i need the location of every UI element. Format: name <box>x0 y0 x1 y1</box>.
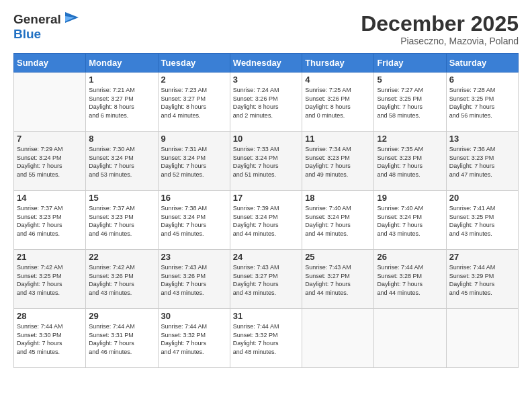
day-info: Sunrise: 7:29 AMSunset: 3:24 PMDaylight:… <box>17 145 83 179</box>
day-cell: 10Sunrise: 7:33 AMSunset: 3:24 PMDayligh… <box>230 132 302 191</box>
day-cell <box>446 309 518 368</box>
day-info: Sunrise: 7:44 AMSunset: 3:28 PMDaylight:… <box>377 263 443 297</box>
day-number: 4 <box>305 75 371 85</box>
day-number: 27 <box>449 252 515 262</box>
day-cell: 11Sunrise: 7:34 AMSunset: 3:23 PMDayligh… <box>302 132 374 191</box>
day-info: Sunrise: 7:41 AMSunset: 3:25 PMDaylight:… <box>449 204 515 238</box>
day-number: 20 <box>449 193 515 203</box>
day-number: 25 <box>305 252 371 262</box>
day-info: Sunrise: 7:42 AMSunset: 3:25 PMDaylight:… <box>17 263 83 297</box>
day-cell: 2Sunrise: 7:23 AMSunset: 3:27 PMDaylight… <box>158 73 230 132</box>
day-info: Sunrise: 7:40 AMSunset: 3:24 PMDaylight:… <box>305 204 371 238</box>
day-info: Sunrise: 7:37 AMSunset: 3:23 PMDaylight:… <box>89 204 154 238</box>
logo-icon <box>62 12 80 27</box>
day-cell: 24Sunrise: 7:43 AMSunset: 3:27 PMDayligh… <box>230 250 302 309</box>
day-info: Sunrise: 7:33 AMSunset: 3:24 PMDaylight:… <box>233 145 299 179</box>
calendar-subtitle: Piaseczno, Mazovia, Poland <box>361 36 519 46</box>
day-number: 6 <box>449 75 515 85</box>
col-sunday: Sunday <box>14 54 86 73</box>
logo: General Blue <box>13 12 80 42</box>
calendar-header: Sunday Monday Tuesday Wednesday Thursday… <box>14 54 519 73</box>
day-info: Sunrise: 7:23 AMSunset: 3:27 PMDaylight:… <box>161 86 227 120</box>
day-number: 30 <box>161 311 227 321</box>
logo-blue-text: Blue <box>13 27 41 42</box>
day-cell: 7Sunrise: 7:29 AMSunset: 3:24 PMDaylight… <box>14 132 86 191</box>
calendar-title: December 2025 <box>361 12 519 36</box>
day-info: Sunrise: 7:28 AMSunset: 3:25 PMDaylight:… <box>449 86 515 120</box>
day-number: 28 <box>17 311 83 321</box>
day-info: Sunrise: 7:31 AMSunset: 3:24 PMDaylight:… <box>161 145 227 179</box>
day-number: 3 <box>233 75 299 85</box>
day-info: Sunrise: 7:24 AMSunset: 3:26 PMDaylight:… <box>233 86 299 120</box>
day-info: Sunrise: 7:34 AMSunset: 3:23 PMDaylight:… <box>305 145 371 179</box>
day-cell: 17Sunrise: 7:39 AMSunset: 3:24 PMDayligh… <box>230 191 302 250</box>
day-info: Sunrise: 7:37 AMSunset: 3:23 PMDaylight:… <box>17 204 83 238</box>
day-number: 14 <box>17 193 83 203</box>
day-cell: 27Sunrise: 7:44 AMSunset: 3:29 PMDayligh… <box>446 250 518 309</box>
col-wednesday: Wednesday <box>230 54 302 73</box>
day-cell: 21Sunrise: 7:42 AMSunset: 3:25 PMDayligh… <box>14 250 86 309</box>
day-number: 13 <box>449 134 515 144</box>
day-number: 26 <box>377 252 443 262</box>
day-number: 1 <box>89 75 154 85</box>
day-number: 2 <box>161 75 227 85</box>
day-info: Sunrise: 7:43 AMSunset: 3:27 PMDaylight:… <box>305 263 371 297</box>
day-info: Sunrise: 7:44 AMSunset: 3:31 PMDaylight:… <box>89 322 154 356</box>
col-saturday: Saturday <box>446 54 518 73</box>
day-cell: 1Sunrise: 7:21 AMSunset: 3:27 PMDaylight… <box>86 73 158 132</box>
day-cell: 3Sunrise: 7:24 AMSunset: 3:26 PMDaylight… <box>230 73 302 132</box>
day-cell: 30Sunrise: 7:44 AMSunset: 3:32 PMDayligh… <box>158 309 230 368</box>
day-info: Sunrise: 7:44 AMSunset: 3:32 PMDaylight:… <box>161 322 227 356</box>
day-cell: 18Sunrise: 7:40 AMSunset: 3:24 PMDayligh… <box>302 191 374 250</box>
day-info: Sunrise: 7:25 AMSunset: 3:26 PMDaylight:… <box>305 86 371 120</box>
day-cell: 15Sunrise: 7:37 AMSunset: 3:23 PMDayligh… <box>86 191 158 250</box>
day-number: 8 <box>89 134 154 144</box>
day-cell: 12Sunrise: 7:35 AMSunset: 3:23 PMDayligh… <box>374 132 446 191</box>
day-cell <box>374 309 446 368</box>
day-number: 16 <box>161 193 227 203</box>
day-cell: 20Sunrise: 7:41 AMSunset: 3:25 PMDayligh… <box>446 191 518 250</box>
col-thursday: Thursday <box>302 54 374 73</box>
logo-general-text: General <box>13 12 61 27</box>
day-info: Sunrise: 7:27 AMSunset: 3:25 PMDaylight:… <box>377 86 443 120</box>
week-row-1: 1Sunrise: 7:21 AMSunset: 3:27 PMDaylight… <box>14 73 519 132</box>
day-cell <box>302 309 374 368</box>
day-cell: 29Sunrise: 7:44 AMSunset: 3:31 PMDayligh… <box>86 309 158 368</box>
day-info: Sunrise: 7:44 AMSunset: 3:32 PMDaylight:… <box>233 322 299 356</box>
day-number: 23 <box>161 252 227 262</box>
day-number: 17 <box>233 193 299 203</box>
calendar-body: 1Sunrise: 7:21 AMSunset: 3:27 PMDaylight… <box>14 73 519 368</box>
week-row-4: 21Sunrise: 7:42 AMSunset: 3:25 PMDayligh… <box>14 250 519 309</box>
day-number: 15 <box>89 193 154 203</box>
calendar-table: Sunday Monday Tuesday Wednesday Thursday… <box>13 53 519 368</box>
day-number: 22 <box>89 252 154 262</box>
day-cell: 31Sunrise: 7:44 AMSunset: 3:32 PMDayligh… <box>230 309 302 368</box>
week-row-2: 7Sunrise: 7:29 AMSunset: 3:24 PMDaylight… <box>14 132 519 191</box>
day-cell: 28Sunrise: 7:44 AMSunset: 3:30 PMDayligh… <box>14 309 86 368</box>
day-info: Sunrise: 7:42 AMSunset: 3:26 PMDaylight:… <box>89 263 154 297</box>
title-block: December 2025 Piaseczno, Mazovia, Poland <box>361 12 519 46</box>
header-row: Sunday Monday Tuesday Wednesday Thursday… <box>14 54 519 73</box>
day-number: 19 <box>377 193 443 203</box>
day-number: 7 <box>17 134 83 144</box>
day-info: Sunrise: 7:39 AMSunset: 3:24 PMDaylight:… <box>233 204 299 238</box>
day-info: Sunrise: 7:38 AMSunset: 3:24 PMDaylight:… <box>161 204 227 238</box>
day-info: Sunrise: 7:44 AMSunset: 3:30 PMDaylight:… <box>17 322 83 356</box>
day-cell: 14Sunrise: 7:37 AMSunset: 3:23 PMDayligh… <box>14 191 86 250</box>
day-info: Sunrise: 7:36 AMSunset: 3:23 PMDaylight:… <box>449 145 515 179</box>
day-number: 12 <box>377 134 443 144</box>
day-info: Sunrise: 7:30 AMSunset: 3:24 PMDaylight:… <box>89 145 154 179</box>
page: General Blue December 2025 Piaseczno, Ma… <box>0 0 532 411</box>
day-number: 18 <box>305 193 371 203</box>
day-number: 11 <box>305 134 371 144</box>
day-cell: 13Sunrise: 7:36 AMSunset: 3:23 PMDayligh… <box>446 132 518 191</box>
day-number: 21 <box>17 252 83 262</box>
day-cell: 22Sunrise: 7:42 AMSunset: 3:26 PMDayligh… <box>86 250 158 309</box>
col-tuesday: Tuesday <box>158 54 230 73</box>
col-monday: Monday <box>86 54 158 73</box>
day-info: Sunrise: 7:21 AMSunset: 3:27 PMDaylight:… <box>89 86 154 120</box>
day-cell: 19Sunrise: 7:40 AMSunset: 3:24 PMDayligh… <box>374 191 446 250</box>
day-cell: 4Sunrise: 7:25 AMSunset: 3:26 PMDaylight… <box>302 73 374 132</box>
day-info: Sunrise: 7:44 AMSunset: 3:29 PMDaylight:… <box>449 263 515 297</box>
day-number: 24 <box>233 252 299 262</box>
